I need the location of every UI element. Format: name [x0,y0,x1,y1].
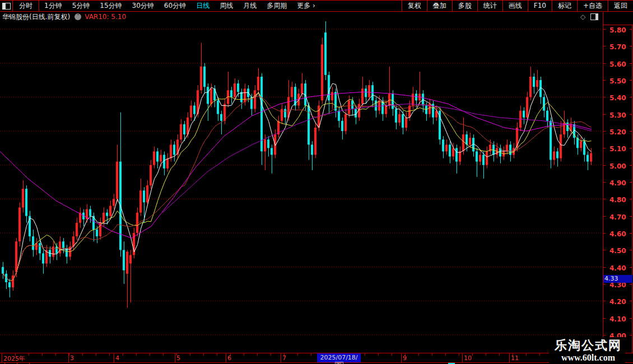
period-tabs: 分时 1分钟 5分钟 15分钟 30分钟 60分钟 日线 周线 月线 多周期 更… [13,1,320,11]
price-axis-tick [603,216,606,217]
candle [324,32,327,75]
time-axis-week-tick [392,353,392,356]
time-axis-week-tick [150,353,150,356]
price-axis-tick [630,131,632,132]
candle [422,94,424,105]
price-axis-tick [630,233,632,234]
candle [153,151,155,165]
time-axis-week-tick [539,353,540,356]
candle [425,105,427,114]
time-axis-label: 2025年 [3,354,25,363]
time-axis-label: 3 [70,354,74,362]
candle [160,155,162,161]
candle [210,88,212,104]
candle [156,151,159,161]
time-axis-week-tick [69,353,69,356]
candle [190,105,192,117]
statistics-button[interactable]: 统计 [477,1,502,11]
candle [89,209,91,216]
tab-15min[interactable]: 15分钟 [95,1,127,11]
candle [126,251,128,273]
candle [230,90,232,97]
add-favorite-button[interactable]: +自选 [577,1,608,11]
price-axis-label: 5.60 [609,60,631,68]
candle [76,223,78,236]
candle [143,190,145,202]
candle [523,111,525,118]
candle [536,80,538,87]
candle [482,155,485,165]
candlestick-chart[interactable] [0,21,603,353]
time-axis-week-tick [271,353,271,356]
chevron-down-icon[interactable]: ˅ [75,13,81,20]
candle [452,148,454,156]
price-axis-tick [603,182,606,183]
price-axis-tick [630,46,632,46]
time-axis-label: 7 [282,354,286,362]
time-axis-week-tick [55,353,56,356]
time-axis-week-tick [29,353,29,356]
price-axis-tick [603,148,606,148]
mark-button[interactable]: 标记 [552,1,577,11]
candle [173,144,175,155]
window-split-button[interactable] [0,1,13,11]
panel-layout-icon[interactable] [590,13,598,20]
time-axis-week-tick [378,353,379,356]
candle [348,100,350,114]
time-axis-week-tick [109,353,110,356]
candle [237,83,239,92]
draw-line-button[interactable]: 画线 [502,1,528,11]
candle [180,124,182,139]
tab-5min[interactable]: 5分钟 [67,1,95,11]
overlay-button[interactable]: 叠加 [427,1,452,11]
tab-monthly[interactable]: 月线 [238,1,262,11]
price-axis-label: 4.20 [609,298,631,306]
fuquan-button[interactable]: 复权 [402,1,427,11]
candle [22,189,24,207]
price-axis-top-border [603,25,633,25]
candle [2,267,4,274]
diamond-icon[interactable]: ◇ [580,13,585,21]
tab-weekly[interactable]: 周线 [215,1,238,11]
candle [533,77,535,87]
candle [15,241,17,272]
watermark-url: www.60lt.com [555,352,622,363]
tab-60min[interactable]: 60分钟 [159,1,191,11]
candle [271,148,273,155]
tab-multi-period[interactable]: 多周期 [262,1,292,11]
candle [526,97,528,117]
stock-title[interactable]: 华锦股份(日线.前复权) [2,12,70,22]
time-axis-month-line [509,353,510,362]
price-axis-tick [603,46,606,46]
price-axis-tick [630,199,632,199]
time-axis-month-line [2,353,2,362]
candle [109,206,111,216]
candle [240,92,243,102]
tab-daily[interactable]: 日线 [191,1,215,11]
candle [445,144,448,151]
f10-button[interactable]: F10 [528,1,552,11]
tab-1min[interactable]: 1分钟 [39,1,67,11]
price-axis-tick [630,250,632,250]
candle [291,87,293,97]
candle [193,105,196,114]
time-axis-week-tick [526,353,527,356]
candle [244,88,246,102]
price-axis-label: 4.60 [609,230,631,238]
multi-stock-button[interactable]: 多股 [452,1,477,11]
time-axis-week-tick [486,353,486,356]
tab-fenshi[interactable]: 分时 [13,1,39,11]
time-axis-week-tick [499,353,500,356]
tab-30min[interactable]: 30分钟 [127,1,159,11]
back-button[interactable]: 返回 [608,1,633,11]
time-axis-week-tick [190,353,190,356]
tab-more[interactable]: 更多 › [292,1,320,11]
price-axis-tick [603,250,606,250]
price-axis-tick [630,148,632,148]
time-axis-label: 5 [176,354,180,362]
price-axis-tick [603,29,606,30]
candle [361,88,364,104]
price-axis-label: 5.80 [609,26,631,34]
time-axis-month-line [114,353,114,362]
candle [264,139,266,151]
